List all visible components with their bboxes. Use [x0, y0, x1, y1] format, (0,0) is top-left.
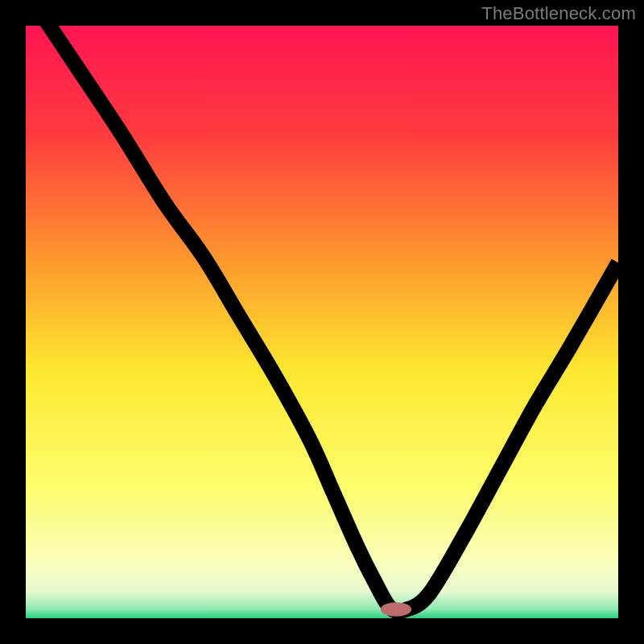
plot-area: [26, 26, 618, 618]
chart-frame: TheBottleneck.com: [0, 0, 644, 644]
watermark-text: TheBottleneck.com: [481, 3, 636, 24]
optimum-marker: [381, 602, 411, 617]
chart-svg: [26, 26, 618, 618]
